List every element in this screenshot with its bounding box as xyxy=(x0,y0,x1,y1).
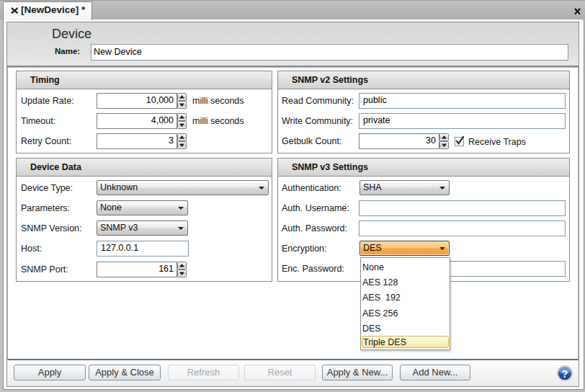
svg-text:?: ? xyxy=(562,368,568,380)
